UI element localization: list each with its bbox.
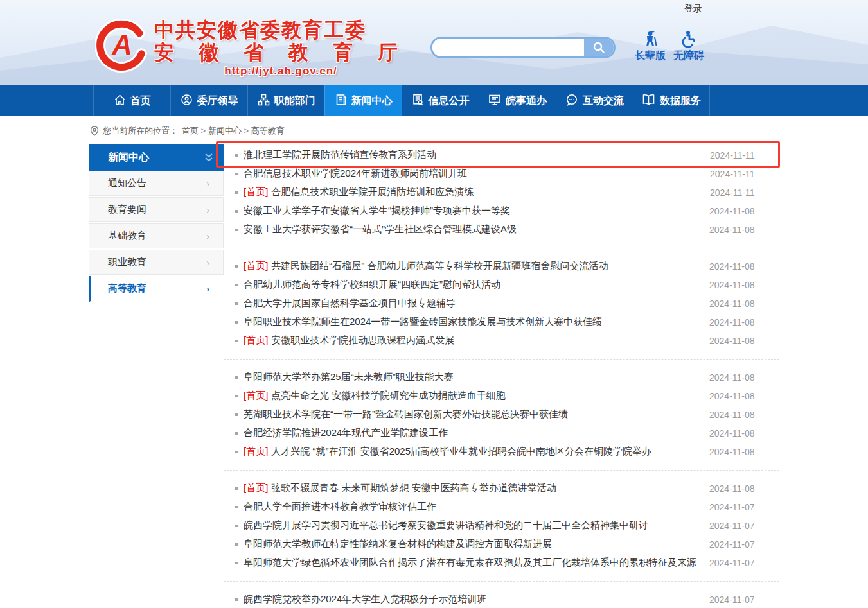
sidebar-item-基础教育[interactable]: 基础教育› xyxy=(89,223,224,250)
news-item[interactable]: [首页]点亮生命之光 安徽科技学院研究生成功捐献造血干细胞2024-11-08 xyxy=(224,387,779,405)
elder-version-label: 长辈版 xyxy=(635,49,666,63)
nav-item-信息公开[interactable]: 信息公开 xyxy=(402,85,479,116)
news-item[interactable]: 皖西学院开展学习贯彻习近平总书记考察安徽重要讲话精神和党的二十届三中全会精神集中… xyxy=(224,516,779,535)
nav-item-首页[interactable]: 首页 xyxy=(93,85,170,116)
news-title-link[interactable]: 阜阳职业技术学院师生在2024一带一路暨金砖国家技能发展与技术创新大赛中获佳绩 xyxy=(244,316,602,328)
news-title-link[interactable]: 安徽工业大学获评安徽省“一站式”学生社区综合管理模式建设A级 xyxy=(244,223,517,236)
svg-text:A: A xyxy=(111,29,132,60)
news-item[interactable]: 合肥信息技术职业学院2024年新进教师岗前培训开班2024-11-11 xyxy=(224,164,779,183)
news-title-link[interactable]: 合肥信息技术职业学院2024年新进教师岗前培训开班 xyxy=(244,168,467,180)
news-item[interactable]: 芜湖职业技术学院在“一带一路”暨金砖国家创新大赛外语技能总决赛中获佳绩2024-… xyxy=(224,405,779,424)
news-group: 淮北理工学院开展防范传销宣传教育系列活动2024-11-11合肥信息技术职业学院… xyxy=(224,146,779,239)
breadcrumb-link-高等教育[interactable]: 高等教育 xyxy=(251,126,285,135)
news-item[interactable]: [首页]共建民族团结“石榴屋” 合肥幼儿师范高等专科学校开展新疆班宿舍慰问交流活… xyxy=(224,257,779,275)
bullet-dot xyxy=(235,229,238,231)
news-item[interactable]: 淮北理工学院开展防范传销宣传教育系列活动2024-11-11 xyxy=(224,146,779,164)
chevron-right-icon: › xyxy=(206,178,209,189)
news-title-link[interactable]: 合肥大学开展国家自然科学基金项目申报专题辅导 xyxy=(244,297,456,309)
bullet-dot xyxy=(235,598,238,601)
news-item[interactable]: [首页]安徽职业技术学院推动思政课程内涵式发展2024-11-08 xyxy=(224,331,779,350)
news-title-link[interactable]: 皖西学院党校举办2024年大学生入党积极分子示范培训班 xyxy=(244,593,486,605)
double-chevron-down-icon[interactable] xyxy=(203,153,215,163)
news-title-link[interactable]: 弦歌不辍展青春 未来可期筑梦想 安徽中医药高专举办道德讲堂活动 xyxy=(271,482,556,494)
monitor-icon xyxy=(488,94,501,109)
news-item[interactable]: 合肥经济学院推进2024年现代产业学院建设工作2024-11-08 xyxy=(224,424,779,442)
nav-item-新闻中心[interactable]: 新闻中心 xyxy=(324,85,402,116)
sidebar-item-教育要闻[interactable]: 教育要闻› xyxy=(89,197,224,223)
news-title-link[interactable]: 合肥幼儿师范高等专科学校组织开展“四联四定”慰问帮扶活动 xyxy=(244,279,500,291)
nav-item-职能部门[interactable]: 职能部门 xyxy=(247,85,324,116)
news-title-link[interactable]: 合肥信息技术职业学院开展消防培训和应急演练 xyxy=(271,186,474,198)
news-item[interactable]: 合肥幼儿师范高等专科学校组织开展“四联四定”慰问帮扶活动2024-11-08 xyxy=(224,275,779,294)
nav-item-互动交流[interactable]: 互动交流 xyxy=(556,85,633,116)
news-title-link[interactable]: 点亮生命之光 安徽科技学院研究生成功捐献造血干细胞 xyxy=(271,390,505,402)
sidebar-item-label: 教育要闻 xyxy=(108,204,146,216)
news-item[interactable]: 阜阳师范大学绿色循环农业团队合作揭示了潜在有毒元素在双孢菇及其工厂化栽培体系中的… xyxy=(224,553,779,572)
nav-item-label: 互动交流 xyxy=(583,94,624,108)
bullet-dot xyxy=(235,432,238,435)
chevron-right-icon: › xyxy=(206,284,209,294)
news-item[interactable]: 安徽工业大学学子在安徽省大学生“揭榜挂帅”专项赛中获一等奖2024-11-08 xyxy=(224,202,779,220)
news-title-link[interactable]: 阜阳师范大学教师在特定性能纳米复合材料的构建及调控方面取得新进展 xyxy=(244,538,552,550)
news-item[interactable]: 阜阳师范大学教师在特定性能纳米复合材料的构建及调控方面取得新进展2024-11-… xyxy=(224,535,779,553)
doc-search-icon xyxy=(412,94,424,109)
site-header: 登录 A 中共安徽省委教育工委 安 徽 省 教 育 厅 http://jyt.a… xyxy=(0,0,868,85)
sidebar-item-label: 高等教育 xyxy=(108,282,146,295)
news-title-link[interactable]: 淮北理工学院开展防范传销宣传教育系列活动 xyxy=(244,149,436,161)
news-item[interactable]: [首页]人才兴皖 “就”在江淮 安徽省2025届高校毕业生就业招聘会皖中南地区分… xyxy=(224,442,779,461)
elder-version-link[interactable]: 长辈版 xyxy=(631,30,669,63)
elder-person-icon xyxy=(641,30,659,48)
news-title-link[interactable]: 安徽职业技术学院推动思政课程内涵式发展 xyxy=(271,334,454,347)
chevron-right-icon: › xyxy=(206,231,209,241)
news-date: 2024-11-08 xyxy=(696,336,755,346)
news-date: 2024-11-08 xyxy=(696,206,755,216)
org-chart-icon xyxy=(258,94,270,109)
sidebar-item-通知公告[interactable]: 通知公告› xyxy=(89,171,224,197)
sidebar-item-高等教育[interactable]: 高等教育› xyxy=(89,276,224,302)
news-item[interactable]: 合肥大学全面推进本科教育教学审核评估工作2024-11-07 xyxy=(224,498,779,516)
sidebar-items-container: 通知公告›教育要闻›基础教育›职业教育›高等教育› xyxy=(89,171,224,302)
sidebar-item-label: 通知公告 xyxy=(108,177,146,189)
nav-item-委厅领导[interactable]: 委厅领导 xyxy=(170,85,247,116)
bullet-dot xyxy=(235,562,238,564)
bullet-dot xyxy=(235,191,238,194)
accessibility-link[interactable]: 无障碍 xyxy=(669,30,708,63)
search-input[interactable] xyxy=(432,39,584,56)
front-page-tag: [首页] xyxy=(244,334,268,347)
wheelchair-icon xyxy=(680,30,698,48)
news-item[interactable]: 皖西学院党校举办2024年大学生入党积极分子示范培训班2024-11-07 xyxy=(224,590,779,608)
nav-item-皖事通办[interactable]: 皖事通办 xyxy=(479,85,556,116)
news-title-link[interactable]: 阜阳师范大学举办第25届“未来教师”职业技能大赛 xyxy=(244,371,454,383)
search-button[interactable] xyxy=(584,39,614,56)
news-title-link[interactable]: 阜阳师范大学绿色循环农业团队合作揭示了潜在有毒元素在双孢菇及其工厂化栽培体系中的… xyxy=(244,557,696,569)
news-date: 2024-11-08 xyxy=(696,261,755,272)
news-title-link[interactable]: 合肥大学全面推进本科教育教学审核评估工作 xyxy=(244,501,436,513)
news-item[interactable]: 安徽工业大学获评安徽省“一站式”学生社区综合管理模式建设A级2024-11-08 xyxy=(224,220,779,239)
news-title-link[interactable]: 皖西学院开展学习贯彻习近平总书记考察安徽重要讲话精神和党的二十届三中全会精神集中… xyxy=(244,519,648,532)
nav-item-数据服务[interactable]: 数据服务 xyxy=(633,85,710,116)
news-item[interactable]: 阜阳职业技术学院师生在2024一带一路暨金砖国家技能发展与技术创新大赛中获佳绩2… xyxy=(224,313,779,331)
bullet-dot xyxy=(235,321,238,324)
sidebar-item-label: 职业教育 xyxy=(108,256,146,268)
sidebar-title-label: 新闻中心 xyxy=(108,151,149,164)
news-item[interactable]: 合肥大学开展国家自然科学基金项目申报专题辅导2024-11-08 xyxy=(224,294,779,313)
news-item[interactable]: [首页]弦歌不辍展青春 未来可期筑梦想 安徽中医药高专举办道德讲堂活动2024-… xyxy=(224,479,779,498)
bullet-dot xyxy=(235,451,238,453)
sidebar-item-职业教育[interactable]: 职业教育› xyxy=(89,250,224,276)
news-item[interactable]: 阜阳师范大学举办第25届“未来教师”职业技能大赛2024-11-08 xyxy=(224,368,779,387)
breadcrumb-link-新闻中心[interactable]: 新闻中心 xyxy=(208,126,242,135)
news-title-link[interactable]: 安徽工业大学学子在安徽省大学生“揭榜挂帅”专项赛中获一等奖 xyxy=(244,205,510,217)
news-group: [首页]共建民族团结“石榴屋” 合肥幼儿师范高等专科学校开展新疆班宿舍慰问交流活… xyxy=(224,248,779,350)
site-logo[interactable]: A 中共安徽省委教育工委 安 徽 省 教 育 厅 http://jyt.ah.g… xyxy=(95,19,407,78)
news-doc-icon xyxy=(335,94,347,109)
news-title-link[interactable]: 合肥经济学院推进2024年现代产业学院建设工作 xyxy=(244,427,448,439)
breadcrumb-link-首页[interactable]: 首页 xyxy=(182,126,199,135)
person-icon xyxy=(181,94,193,109)
news-title-link[interactable]: 芜湖职业技术学院在“一带一路”暨金砖国家创新大赛外语技能总决赛中获佳绩 xyxy=(244,408,568,421)
news-item[interactable]: [首页]合肥信息技术职业学院开展消防培训和应急演练2024-11-11 xyxy=(224,183,779,202)
login-link[interactable]: 登录 xyxy=(684,3,702,15)
news-group: 皖西学院党校举办2024年大学生入党积极分子示范培训班2024-11-07合肥幼… xyxy=(224,581,779,608)
news-title-link[interactable]: 人才兴皖 “就”在江淮 安徽省2025届高校毕业生就业招聘会皖中南地区分会在铜陵… xyxy=(271,446,651,458)
news-title-link[interactable]: 共建民族团结“石榴屋” 合肥幼儿师范高等专科学校开展新疆班宿舍慰问交流活动 xyxy=(271,260,608,272)
sidebar-item-label: 基础教育 xyxy=(108,230,146,242)
